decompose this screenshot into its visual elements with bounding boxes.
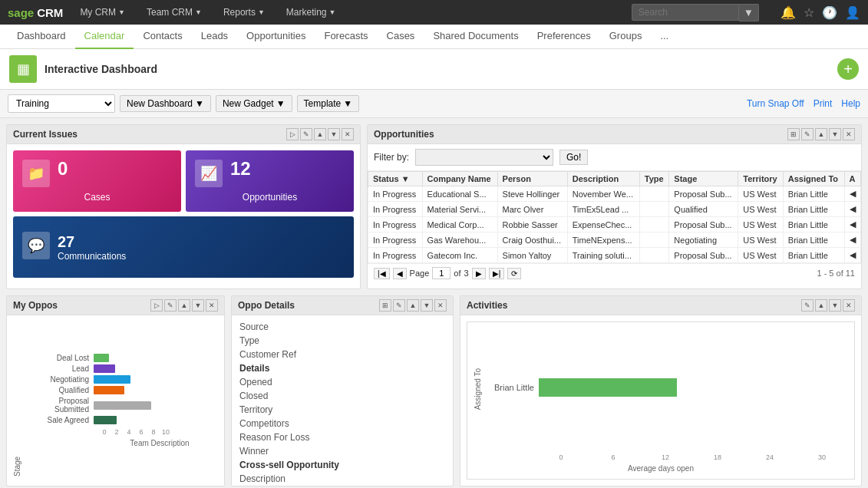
current-issues-btn3[interactable]: ▲ [314, 128, 326, 140]
col-person[interactable]: Person [497, 172, 567, 186]
my-crm-menu[interactable]: My CRM ▼ [75, 4, 130, 21]
current-issues-btn1[interactable]: ▷ [286, 128, 299, 140]
myoppos-btn5[interactable]: ✕ [206, 299, 218, 312]
nav-calendar[interactable]: Calendar [75, 25, 134, 49]
status-cell: In Progress [368, 232, 423, 248]
nav-shared-documents[interactable]: Shared Documents [424, 25, 527, 49]
logo-sage: sage [8, 6, 34, 19]
territory-cell: US West [738, 186, 784, 202]
filter-select[interactable] [415, 149, 553, 166]
oppo-detail-item: Cross-sell Opportunity [239, 458, 445, 472]
opp-btn5[interactable]: ✕ [843, 128, 855, 140]
activities-btn2[interactable]: ▲ [815, 299, 827, 312]
new-dashboard-btn[interactable]: New Dashboard ▼ [120, 95, 211, 112]
communications-card[interactable]: 💬 27 Communications [13, 216, 354, 278]
table-row[interactable]: In Progress Gatecom Inc. Simon Yaltoy Tr… [368, 248, 861, 263]
activities-btn1[interactable]: ✎ [801, 299, 814, 312]
nav-more[interactable]: ... [651, 25, 678, 49]
territory-cell: US West [738, 232, 784, 248]
page-last-btn[interactable]: ▶| [489, 268, 505, 279]
assigned-cell: Brian Little [783, 202, 844, 217]
col-description[interactable]: Description [567, 172, 639, 186]
favorites-icon[interactable]: ☆ [804, 5, 814, 20]
nav-forecasts[interactable]: Forecasts [315, 25, 377, 49]
template-btn[interactable]: Template ▼ [297, 95, 360, 112]
bar-row: Lead [25, 364, 221, 373]
help-link[interactable]: Help [841, 98, 860, 109]
current-issues-btn4[interactable]: ▼ [328, 128, 340, 140]
nav-groups[interactable]: Groups [600, 25, 652, 49]
bar-label: Sale Agreed [25, 416, 94, 424]
current-issues-btn2[interactable]: ✎ [300, 128, 312, 140]
turn-snap-off-link[interactable]: Turn Snap Off [747, 98, 804, 109]
print-link[interactable]: Print [814, 98, 833, 109]
new-gadget-btn[interactable]: New Gadget ▼ [216, 95, 292, 112]
myoppos-btn1[interactable]: ▷ [150, 299, 163, 312]
company-cell: Educational S... [422, 186, 497, 202]
profile-icon[interactable]: 👤 [845, 5, 860, 20]
activities-btn4[interactable]: ✕ [843, 299, 855, 312]
col-company[interactable]: Company Name [422, 172, 497, 186]
page-first-btn[interactable]: |◀ [374, 268, 390, 279]
myoppos-gadget: My Oppos ▷ ✎ ▲ ▼ ✕ Stage Deal Lost Lead … [6, 295, 225, 486]
nav-leads[interactable]: Leads [192, 25, 237, 49]
content-area: Current Issues ▷ ✎ ▲ ▼ ✕ 📁 0 Cases [0, 118, 868, 488]
page-prev-btn[interactable]: ◀ [393, 268, 407, 279]
cases-card[interactable]: 📁 0 Cases [13, 150, 181, 212]
status-cell: In Progress [368, 186, 423, 202]
activities-y-label: Assigned To [474, 368, 482, 410]
recent-icon[interactable]: 🕐 [822, 5, 837, 20]
reports-menu[interactable]: Reports ▼ [219, 4, 269, 21]
page-next-btn[interactable]: ▶ [472, 268, 486, 279]
page-refresh-btn[interactable]: ⟳ [507, 268, 521, 279]
oppo-detail-item: Competitors [239, 417, 445, 430]
oppodetails-btn5[interactable]: ✕ [434, 299, 447, 312]
add-button[interactable]: + [837, 58, 859, 80]
oppodetails-btn4[interactable]: ▼ [421, 299, 433, 312]
table-row[interactable]: In Progress Gas Warehou... Craig Oosthui… [368, 232, 861, 248]
marketing-menu[interactable]: Marketing ▼ [282, 4, 341, 21]
nav-opportunities[interactable]: Opportunities [237, 25, 315, 49]
col-stage[interactable]: Stage [669, 172, 738, 186]
col-assigned[interactable]: Assigned To [783, 172, 844, 186]
myoppos-btn3[interactable]: ▲ [178, 299, 190, 312]
search-input[interactable] [632, 4, 739, 21]
current-issues-btn5[interactable]: ✕ [342, 128, 354, 140]
nav-contacts[interactable]: Contacts [134, 25, 191, 49]
col-type[interactable]: Type [639, 172, 669, 186]
notifications-icon[interactable]: 🔔 [781, 5, 796, 20]
myoppos-btn4[interactable]: ▼ [192, 299, 204, 312]
bar-fill [94, 354, 109, 362]
team-crm-menu[interactable]: Team CRM ▼ [142, 4, 206, 21]
oppodetails-btn2[interactable]: ✎ [393, 299, 405, 312]
table-row[interactable]: In Progress Medical Corp... Robbie Sasse… [368, 217, 861, 232]
activities-btn3[interactable]: ▼ [829, 299, 841, 312]
col-status[interactable]: Status ▼ [368, 172, 423, 186]
opp-btn2[interactable]: ✎ [801, 128, 814, 140]
oppo-detail-item: Reason For Loss [239, 430, 445, 444]
opportunities-card[interactable]: 📈 12 Opportunities [186, 150, 354, 212]
oppodetails-btn3[interactable]: ▲ [407, 299, 419, 312]
opp-btn3[interactable]: ▲ [815, 128, 827, 140]
table-row[interactable]: In Progress Material Servi... Marc Olver… [368, 202, 861, 217]
page-input[interactable] [432, 267, 451, 279]
opp-btn4[interactable]: ▼ [829, 128, 841, 140]
bar-row: Sale Agreed [25, 416, 221, 424]
col-territory[interactable]: Territory [738, 172, 784, 186]
oppodetails-header: Oppo Details ⊞ ✎ ▲ ▼ ✕ [232, 296, 453, 315]
col-extra[interactable]: A [844, 172, 860, 186]
oppodetails-btn1[interactable]: ⊞ [379, 299, 391, 312]
nav-preferences[interactable]: Preferences [528, 25, 600, 49]
table-row[interactable]: In Progress Educational S... Steve Holli… [368, 186, 861, 202]
dashboard-select[interactable]: Training [8, 94, 115, 113]
myoppos-btn2[interactable]: ✎ [164, 299, 177, 312]
filter-go-button[interactable]: Go! [559, 150, 588, 165]
person-cell: Steve Hollinger [497, 186, 567, 202]
opp-btn1[interactable]: ⊞ [787, 128, 800, 140]
myoppos-footer: Team Description [25, 439, 221, 447]
search-button[interactable]: ▼ [739, 4, 759, 21]
page-total: 3 [464, 269, 469, 278]
nav-cases[interactable]: Cases [378, 25, 424, 49]
nav-dashboard[interactable]: Dashboard [8, 25, 75, 49]
reports-arrow-icon: ▼ [258, 8, 265, 16]
